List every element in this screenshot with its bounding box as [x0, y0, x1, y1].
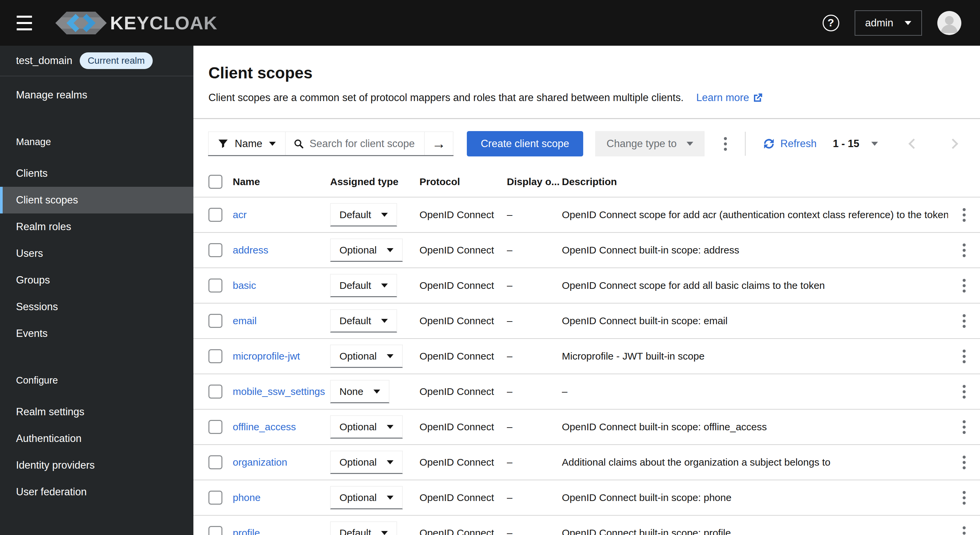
external-link-icon [752, 92, 763, 103]
learn-more-link[interactable]: Learn more [696, 91, 763, 104]
row-checkbox[interactable] [208, 526, 223, 535]
row-kebab-menu[interactable] [948, 205, 980, 225]
pagination: 1 - 15 [833, 138, 965, 150]
row-checkbox[interactable] [208, 455, 223, 469]
search-input[interactable] [309, 138, 416, 150]
protocol-value: OpenID Connect [420, 350, 494, 361]
sidebar-nav-configure: Realm settingsAuthenticationIdentity pro… [0, 398, 193, 505]
sidebar-item-events[interactable]: Events [0, 320, 193, 347]
sidebar-item-realm-settings[interactable]: Realm settings [0, 398, 193, 425]
client-scope-name-link[interactable]: phone [233, 492, 261, 503]
description-value: Microprofile - JWT built-in scope [562, 350, 705, 361]
refresh-icon [762, 137, 776, 150]
client-scope-name-link[interactable]: acr [233, 209, 247, 220]
caret-down-icon [387, 248, 393, 252]
sidebar-nav-manage: ClientsClient scopesRealm rolesUsersGrou… [0, 160, 193, 347]
table-row: phone Optional OpenID Connect – OpenID C… [193, 480, 980, 515]
pagination-options-caret-icon[interactable] [871, 142, 878, 146]
assigned-type-select[interactable]: Default [330, 309, 397, 333]
sidebar-item-users[interactable]: Users [0, 240, 193, 267]
pagination-range: 1 - 15 [833, 138, 859, 150]
search-icon [294, 138, 304, 150]
assigned-type-select[interactable]: Optional [330, 415, 403, 439]
main-content: Client scopes Client scopes are a common… [193, 46, 980, 535]
assigned-type-value: None [339, 386, 363, 397]
caret-down-icon [269, 142, 276, 146]
assigned-type-select[interactable]: Optional [330, 344, 403, 368]
sidebar-item-clients[interactable]: Clients [0, 160, 193, 187]
row-kebab-menu[interactable] [948, 488, 980, 508]
protocol-value: OpenID Connect [420, 386, 494, 397]
protocol-value: OpenID Connect [420, 315, 494, 326]
assigned-type-select[interactable]: Optional [330, 451, 403, 474]
client-scope-name-link[interactable]: microprofile-jwt [233, 350, 300, 361]
client-scope-name-link[interactable]: address [233, 245, 269, 255]
row-checkbox[interactable] [208, 279, 223, 293]
row-kebab-menu[interactable] [948, 240, 980, 261]
sidebar-item-authentication[interactable]: Authentication [0, 425, 193, 452]
realm-selector[interactable]: test_domain Current realm [0, 46, 193, 76]
sidebar-item-client-scopes[interactable]: Client scopes [0, 187, 193, 213]
table-row: organization Optional OpenID Connect – A… [193, 444, 980, 480]
assigned-type-select[interactable]: Default [330, 274, 397, 297]
assigned-type-select[interactable]: Optional [330, 486, 403, 510]
assigned-type-select[interactable]: Optional [330, 239, 403, 262]
row-kebab-menu[interactable] [948, 275, 980, 296]
chevron-left-icon[interactable] [908, 139, 919, 149]
assigned-type-select[interactable]: None [330, 380, 390, 403]
help-icon[interactable]: ? [822, 15, 839, 31]
sidebar-item-manage-realms[interactable]: Manage realms [0, 82, 193, 108]
display-order-value: – [507, 421, 512, 432]
row-kebab-menu[interactable] [948, 311, 980, 331]
column-header-name[interactable]: Name [233, 166, 330, 197]
assigned-type-select[interactable]: Default [330, 521, 397, 535]
row-kebab-menu[interactable] [948, 382, 980, 402]
row-checkbox[interactable] [208, 349, 223, 363]
display-order-value: – [507, 492, 512, 503]
change-type-dropdown[interactable]: Change type to [595, 131, 705, 156]
display-order-value: – [507, 315, 512, 326]
description-value: OpenID Connect built-in scope: address [562, 245, 739, 255]
table-row: profile Default OpenID Connect – OpenID … [193, 515, 980, 535]
client-scope-name-link[interactable]: profile [233, 527, 260, 535]
filter-type-dropdown[interactable]: Name [208, 131, 286, 155]
row-checkbox[interactable] [208, 385, 223, 398]
row-kebab-menu[interactable] [948, 523, 980, 535]
row-checkbox[interactable] [208, 420, 223, 434]
row-kebab-menu[interactable] [948, 452, 980, 473]
client-scope-name-link[interactable]: basic [233, 280, 256, 291]
chevron-right-icon[interactable] [948, 139, 958, 149]
assigned-type-select[interactable]: Default [330, 203, 397, 226]
sidebar-item-groups[interactable]: Groups [0, 267, 193, 293]
create-client-scope-button[interactable]: Create client scope [467, 131, 583, 156]
sidebar-group-configure: Configure [0, 370, 193, 390]
client-scope-name-link[interactable]: mobile_ssw_settings [233, 386, 325, 397]
select-all-checkbox[interactable] [208, 175, 223, 189]
sidebar-group-manage: Manage [0, 132, 193, 152]
client-scope-name-link[interactable]: organization [233, 457, 287, 468]
row-checkbox[interactable] [208, 243, 223, 257]
sidebar-item-realm-roles[interactable]: Realm roles [0, 213, 193, 240]
client-scopes-tbody: acr Default OpenID Connect – OpenID Conn… [193, 197, 980, 535]
sidebar-item-sessions[interactable]: Sessions [0, 293, 193, 320]
user-menu-dropdown[interactable]: admin [854, 10, 922, 36]
assigned-type-value: Default [339, 527, 371, 535]
row-checkbox[interactable] [208, 490, 223, 505]
row-checkbox[interactable] [208, 208, 223, 222]
caret-down-icon [905, 21, 911, 25]
toolbar-kebab-menu[interactable] [721, 134, 730, 154]
client-scope-name-link[interactable]: offline_access [233, 421, 296, 432]
avatar[interactable] [937, 11, 961, 35]
hamburger-menu-icon[interactable] [17, 16, 32, 30]
client-scope-name-link[interactable]: email [233, 315, 257, 326]
row-checkbox[interactable] [208, 314, 223, 328]
row-kebab-menu[interactable] [948, 417, 980, 437]
caret-down-icon [381, 531, 388, 535]
filter-funnel-icon [218, 139, 228, 149]
search-submit-button[interactable]: → [424, 131, 453, 155]
row-kebab-menu[interactable] [948, 346, 980, 366]
sidebar-item-identity-providers[interactable]: Identity providers [0, 452, 193, 479]
sidebar-item-user-federation[interactable]: User federation [0, 479, 193, 505]
refresh-button[interactable]: Refresh [762, 137, 817, 150]
table-row: offline_access Optional OpenID Connect –… [193, 409, 980, 444]
